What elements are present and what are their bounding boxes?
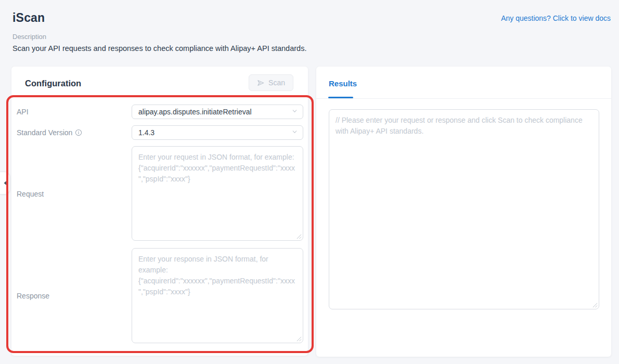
chevron-left-icon — [3, 180, 7, 186]
results-field — [329, 109, 599, 309]
standard-version-selected-value: 1.4.3 — [138, 128, 154, 137]
standard-version-label-text: Standard Version — [17, 128, 72, 137]
collapse-panel-handle[interactable] — [0, 172, 10, 194]
request-textarea[interactable] — [132, 146, 303, 241]
view-docs-link[interactable]: Any questions? Click to view docs — [501, 14, 611, 22]
results-textarea[interactable] — [329, 109, 599, 309]
configuration-title: Configuration — [25, 79, 81, 88]
results-panel: Results — [316, 67, 611, 357]
tab-divider — [316, 98, 611, 99]
standard-version-select[interactable]: 1.4.3 — [132, 125, 303, 140]
scan-button[interactable]: Scan — [249, 74, 293, 91]
api-select[interactable]: alipay.aps.disputes.initiateRetrieval — [132, 105, 303, 119]
request-field-label: Request — [17, 190, 44, 198]
response-field — [132, 248, 303, 343]
response-field-label: Response — [17, 292, 49, 300]
standard-version-field-label: Standard Version — [17, 128, 82, 137]
description-text: Scan your API requests and responses to … — [12, 44, 306, 53]
api-label-text: API — [17, 108, 29, 116]
resize-handle[interactable] — [296, 233, 302, 239]
send-icon — [257, 79, 265, 87]
description-label: Description — [12, 33, 46, 41]
resize-handle[interactable] — [592, 302, 598, 308]
api-field-label: API — [17, 108, 29, 116]
response-textarea[interactable] — [132, 248, 303, 343]
chevron-down-icon — [291, 108, 298, 116]
response-label-text: Response — [17, 292, 49, 300]
resize-handle[interactable] — [296, 336, 302, 342]
page-title: iScan — [12, 11, 45, 25]
info-circle-icon[interactable] — [75, 129, 82, 136]
scan-button-label: Scan — [268, 79, 285, 87]
chevron-down-icon — [291, 128, 298, 137]
api-selected-value: alipay.aps.disputes.initiateRetrieval — [138, 108, 252, 116]
configuration-panel: Configuration Scan API alipay.aps.disput… — [11, 67, 308, 356]
request-label-text: Request — [17, 190, 44, 198]
request-field — [132, 146, 303, 241]
tab-results[interactable]: Results — [329, 79, 357, 88]
